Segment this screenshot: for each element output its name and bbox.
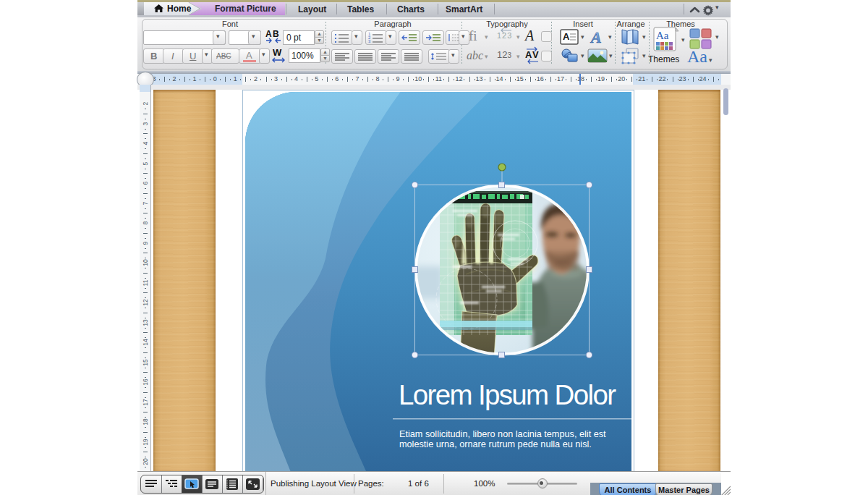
svg-text:A: A <box>590 28 602 46</box>
svg-text:Etiam sollicitudin, libero non: Etiam sollicitudin, libero non lacinia t… <box>399 429 606 439</box>
svg-text:Lorem Ipsum Dolor: Lorem Ipsum Dolor <box>399 379 616 410</box>
svg-text:A: A <box>563 31 570 42</box>
svg-text:molestie urna, ornare rutrum p: molestie urna, ornare rutrum pede nulla … <box>399 439 592 449</box>
svg-text:Aa: Aa <box>656 30 669 41</box>
